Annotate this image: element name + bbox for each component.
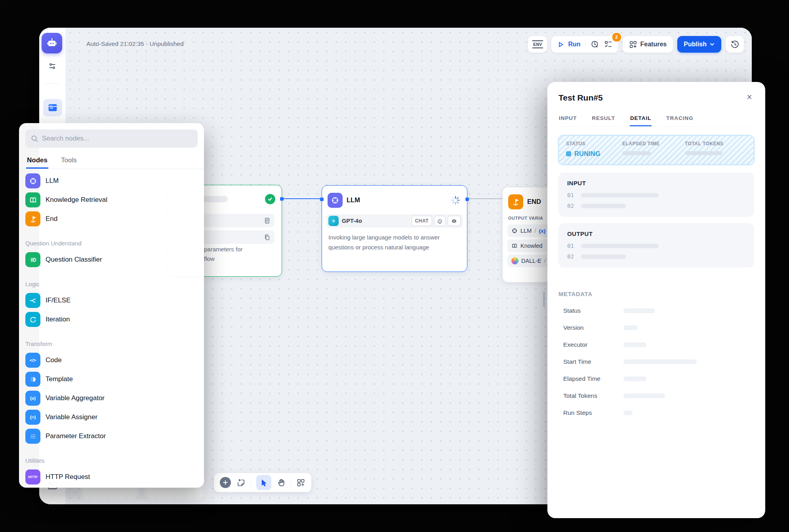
status-card: STATUS RUNING ELAPSED TIME TOTAL TOKENS <box>558 135 754 165</box>
node-item-knowledge-retrieval[interactable]: Knowledge Retrieval <box>25 190 200 209</box>
llm-input-handle[interactable] <box>320 198 324 201</box>
run-button[interactable]: Run <box>568 41 580 48</box>
loop-icon <box>25 312 40 327</box>
features-icon <box>629 40 637 49</box>
tab-detail[interactable]: DETAIL <box>630 112 652 126</box>
window-icon <box>48 103 58 112</box>
variable-x-icon: {x} <box>25 391 40 406</box>
status-label: STATUS <box>566 141 622 146</box>
section-logic: Logic <box>25 269 200 291</box>
success-check-icon <box>265 194 275 204</box>
value-skeleton <box>623 410 633 415</box>
panel-resize-handle[interactable] <box>543 291 545 307</box>
hand-tool-button[interactable] <box>276 478 286 487</box>
metadata-row-start-time: Start Time <box>558 358 754 365</box>
value-skeleton <box>623 308 655 313</box>
section-question-understand: Question Understand <box>25 228 200 250</box>
node-item-code[interactable]: </> Code <box>25 351 200 370</box>
tab-input[interactable]: INPUT <box>558 112 577 126</box>
model-selector[interactable]: ✳ GPT-4o CHAT <box>326 214 463 228</box>
node-item-if-else[interactable]: IF/ELSE <box>25 291 200 310</box>
tab-tracing[interactable]: TRACING <box>666 112 694 126</box>
output-skeleton <box>581 255 626 259</box>
elapsed-skeleton <box>622 151 651 155</box>
add-node-button[interactable] <box>220 477 231 488</box>
test-run-panel: Test Run#5 × INPUT RESULT DETAIL TRACING… <box>547 82 765 518</box>
toolbar-divider <box>251 478 251 487</box>
dalle-icon <box>511 257 518 264</box>
metadata-row-elapsed-time: Elapsed Time <box>558 375 754 382</box>
preferences-sliders-icon[interactable] <box>48 62 57 70</box>
total-tokens-label: TOTAL TOKENS <box>685 141 724 146</box>
checklist-badge: 2 <box>612 32 621 42</box>
input-title: INPUT <box>567 180 745 186</box>
llm-output-handle[interactable] <box>465 198 469 201</box>
llm-node[interactable]: LLM ✳ GPT-4o CHAT <box>322 185 467 272</box>
robot-badge <box>434 216 446 226</box>
run-control-group: Run 2 <box>551 36 618 53</box>
chevron-down-icon <box>709 42 715 47</box>
edge-llm-end <box>466 198 503 199</box>
metadata-row-status: Status <box>558 307 754 314</box>
env-icon: ENV <box>532 40 543 48</box>
copy-icon <box>263 234 271 241</box>
metadata-row-version: Version <box>558 324 754 331</box>
row-number: 01 <box>567 243 574 249</box>
classifier-icon <box>25 252 40 267</box>
node-item-template[interactable]: Template <box>25 370 200 389</box>
workflow-panel-button[interactable] <box>43 99 62 116</box>
env-button[interactable]: ENV <box>528 36 547 53</box>
node-item-end[interactable]: End <box>25 209 200 228</box>
stage: parameters for flow LLM <box>0 0 789 532</box>
running-dot-icon <box>566 151 571 156</box>
tab-tools[interactable]: Tools <box>60 153 78 169</box>
vision-badge <box>448 216 461 226</box>
node-item-question-classifier[interactable]: Question Classifier <box>25 250 200 269</box>
row-number: 02 <box>567 253 574 260</box>
publish-button[interactable]: Publish <box>677 36 721 53</box>
node-list: LLM Knowledge Retrieval End Question Und… <box>25 171 200 488</box>
play-icon[interactable] <box>557 41 564 48</box>
start-output-handle[interactable] <box>280 197 284 201</box>
nodes-panel: Search nodes... Nodes Tools LLM Knowledg… <box>19 123 204 488</box>
organize-nodes-button[interactable] <box>296 478 305 487</box>
metadata-row-run-steps: Run Steps <box>558 409 754 416</box>
node-item-http-request[interactable]: HTTP HTTP Request <box>25 467 200 486</box>
add-note-button[interactable] <box>236 478 246 487</box>
node-item-iteration[interactable]: Iteration <box>25 310 200 329</box>
llm-mini-icon <box>511 228 518 234</box>
metadata-title: METADATA <box>558 291 754 297</box>
output-title: OUTPUT <box>567 230 745 237</box>
tab-nodes[interactable]: Nodes <box>26 153 48 169</box>
metadata-row-total-tokens: Total Tokens <box>558 392 754 399</box>
end-flag-icon <box>508 194 523 209</box>
template-icon <box>25 372 40 387</box>
node-item-variable-aggregator[interactable]: {x} Variable Aggregator <box>25 389 200 408</box>
cursor-icon <box>260 479 268 487</box>
features-button[interactable]: Features <box>623 36 673 53</box>
app-robot-icon[interactable] <box>42 33 62 53</box>
edge-start-llm <box>281 198 322 199</box>
var-source: Knowled <box>520 243 543 249</box>
tab-result[interactable]: RESULT <box>591 112 616 126</box>
var-source: DALL-E <box>521 258 541 264</box>
history-icon <box>730 40 739 49</box>
search-placeholder: Search nodes... <box>42 135 89 142</box>
dots-grid-icon <box>25 429 40 444</box>
checklist-icon[interactable] <box>604 40 613 49</box>
section-transform: Transform <box>25 329 200 351</box>
branch-icon <box>25 293 40 308</box>
search-input[interactable]: Search nodes... <box>25 129 198 148</box>
version-history-button[interactable] <box>726 36 744 53</box>
run-history-clock-icon[interactable] <box>591 40 599 49</box>
node-item-variable-assigner[interactable]: {=} Variable Assigner <box>25 408 200 427</box>
node-item-parameter-extractor[interactable]: Parameter Extractor <box>25 427 200 446</box>
nodes-panel-tabs: Nodes Tools <box>19 153 204 169</box>
close-icon[interactable]: × <box>744 91 755 103</box>
end-node-title: END <box>527 198 541 205</box>
node-item-llm[interactable]: LLM <box>25 171 200 190</box>
node-item-list-operator[interactable]: List Operator <box>25 486 200 488</box>
pointer-tool-button[interactable] <box>256 475 271 490</box>
row-number: 01 <box>567 192 574 198</box>
book-icon <box>511 243 518 249</box>
